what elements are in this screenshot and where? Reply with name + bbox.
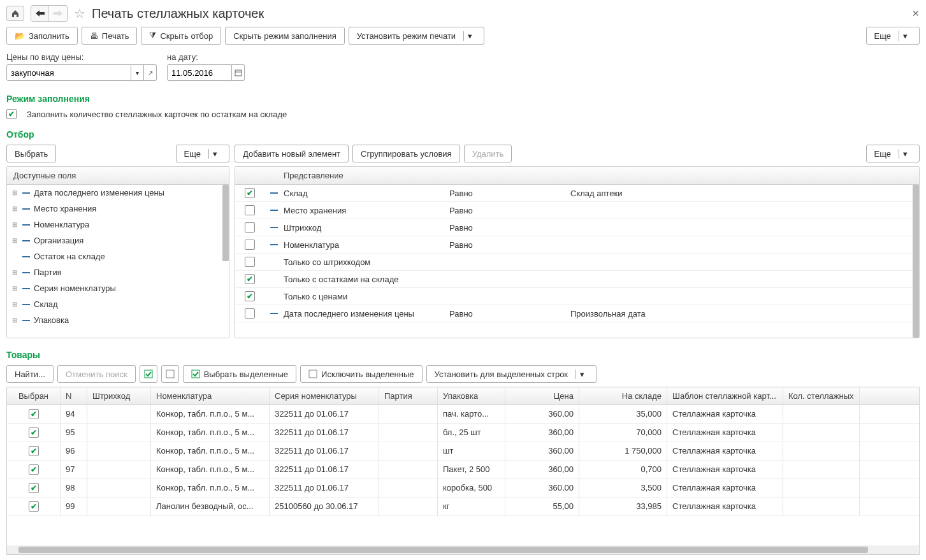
col-batch[interactable]: Партия: [379, 387, 438, 405]
field-item[interactable]: ⊞Партия: [7, 264, 229, 280]
scrollbar-thumb[interactable]: [913, 185, 919, 338]
check-all-button[interactable]: [140, 365, 157, 383]
filter-checkbox[interactable]: [245, 240, 255, 250]
expand-icon[interactable]: ⊞: [12, 205, 18, 212]
cell-stock: 35,000: [579, 405, 667, 423]
row-checkbox[interactable]: [29, 501, 39, 512]
price-type-input[interactable]: [6, 64, 131, 81]
expand-icon[interactable]: ⊞: [12, 285, 18, 292]
chevron-down-icon[interactable]: ▾: [899, 149, 911, 159]
col-qty[interactable]: Кол. стеллажных: [783, 387, 860, 405]
scrollbar-thumb[interactable]: [222, 185, 229, 261]
row-checkbox[interactable]: [29, 409, 39, 419]
find-button[interactable]: Найти...: [6, 365, 54, 383]
table-row[interactable]: 99Ланолин безводный, ос...25100560 до 30…: [7, 498, 919, 516]
row-checkbox[interactable]: [29, 446, 39, 456]
table-row[interactable]: 96Конкор, табл. п.п.о., 5 м...322511 до …: [7, 442, 919, 461]
expand-icon[interactable]: ⊞: [12, 221, 18, 228]
add-element-button[interactable]: Добавить новый элемент: [235, 145, 349, 162]
horizontal-scrollbar[interactable]: [7, 545, 919, 554]
expand-icon[interactable]: ⊞: [12, 237, 18, 244]
hide-filter-button[interactable]: ⧩ Скрыть отбор: [141, 27, 221, 45]
cell-stock: 33,985: [579, 498, 667, 515]
hide-fill-mode-button[interactable]: Скрыть режим заполнения: [225, 27, 344, 45]
col-selected[interactable]: Выбран: [7, 387, 61, 405]
cell-stock: 1 750,000: [579, 442, 667, 460]
fill-button[interactable]: 📂 Заполнить: [6, 27, 78, 45]
field-label: Партия: [34, 268, 62, 277]
open-button[interactable]: ↗: [144, 64, 157, 81]
col-series[interactable]: Серия номенклатуры: [270, 387, 379, 405]
more-left-button[interactable]: Еще ▾: [176, 145, 229, 162]
filter-checkbox[interactable]: [245, 205, 255, 215]
table-row[interactable]: 98Конкор, табл. п.п.о., 5 м...322511 до …: [7, 479, 919, 498]
filter-row[interactable]: НоменклатураРавно: [235, 236, 919, 254]
col-pack[interactable]: Упаковка: [438, 387, 505, 405]
table-row[interactable]: 97Конкор, табл. п.п.о., 5 м...322511 до …: [7, 461, 919, 479]
row-checkbox[interactable]: [29, 427, 39, 438]
field-item[interactable]: Остаток на складе: [7, 248, 229, 264]
scrollbar-thumb[interactable]: [18, 547, 868, 553]
row-checkbox[interactable]: [29, 483, 39, 493]
row-checkbox[interactable]: [29, 464, 39, 475]
choose-button[interactable]: Выбрать: [6, 145, 56, 162]
exclude-marked-button[interactable]: Исключить выделенные: [300, 365, 422, 383]
col-price[interactable]: Цена: [505, 387, 579, 405]
back-button[interactable]: [31, 6, 49, 21]
cell-pack: Пакет, 2 500: [438, 461, 505, 478]
filter-checkbox[interactable]: [245, 222, 255, 233]
close-button[interactable]: ✕: [912, 8, 920, 18]
filter-row[interactable]: ШтрихкодРавно: [235, 219, 919, 236]
expand-icon[interactable]: ⊞: [12, 269, 18, 276]
field-item[interactable]: ⊞Серия номенклатуры: [7, 280, 229, 296]
field-item[interactable]: ⊞Номенклатура: [7, 217, 229, 233]
filter-row[interactable]: Только с остатками на складе: [235, 271, 919, 288]
filter-checkbox[interactable]: [245, 188, 255, 198]
filter-row[interactable]: СкладРавноСклад аптеки: [235, 185, 919, 202]
field-label: Упаковка: [34, 315, 69, 325]
filter-checkbox[interactable]: [245, 257, 255, 267]
filter-row[interactable]: Дата последнего изменения ценыРавноПроиз…: [235, 305, 919, 322]
uncheck-all-button[interactable]: [161, 365, 179, 383]
filter-checkbox[interactable]: [245, 291, 255, 301]
filter-checkbox[interactable]: [245, 274, 255, 284]
filter-row[interactable]: Только с ценами: [235, 288, 919, 305]
field-item[interactable]: ⊞Упаковка: [7, 312, 229, 328]
chevron-down-icon[interactable]: ▾: [463, 31, 476, 41]
select-marked-button[interactable]: Выбрать выделенные: [183, 365, 296, 383]
field-item[interactable]: ⊞Дата последнего изменения цены: [7, 185, 229, 201]
set-print-mode-button[interactable]: Установить режим печати ▾: [349, 27, 484, 45]
table-row[interactable]: 95Конкор, табл. п.п.о., 5 м...322511 до …: [7, 424, 919, 442]
cell-template: Стеллажная карточка: [667, 405, 783, 423]
dropdown-button[interactable]: ▾: [131, 64, 144, 81]
filter-row[interactable]: Только со штрихкодом: [235, 254, 919, 271]
print-button[interactable]: 🖶 Печать: [82, 27, 138, 45]
group-conditions-button[interactable]: Сгруппировать условия: [352, 145, 460, 162]
field-item[interactable]: ⊞Склад: [7, 296, 229, 312]
chevron-down-icon[interactable]: ▾: [575, 370, 588, 379]
more-right-button[interactable]: Еще ▾: [866, 145, 920, 162]
calendar-button[interactable]: [232, 64, 245, 81]
date-input[interactable]: [167, 64, 232, 81]
col-nomen[interactable]: Номенклатура: [151, 387, 270, 405]
fill-by-stock-checkbox[interactable]: [6, 109, 17, 119]
field-item[interactable]: ⊞Место хранения: [7, 201, 229, 217]
chevron-down-icon[interactable]: ▾: [899, 31, 911, 41]
expand-icon[interactable]: ⊞: [12, 317, 18, 324]
col-stock[interactable]: На складе: [579, 387, 667, 405]
col-n[interactable]: N: [61, 387, 87, 405]
set-for-marked-button[interactable]: Установить для выделенных строк ▾: [426, 365, 597, 383]
col-template[interactable]: Шаблон стеллажной карт...: [667, 387, 783, 405]
filter-condition: Равно: [449, 309, 570, 319]
favorite-star-icon[interactable]: ☆: [74, 6, 85, 21]
home-button[interactable]: [6, 6, 24, 21]
col-barcode[interactable]: Штрихкод: [87, 387, 151, 405]
filter-checkbox[interactable]: [245, 308, 255, 319]
chevron-down-icon[interactable]: ▾: [208, 149, 221, 159]
field-item[interactable]: ⊞Организация: [7, 233, 229, 248]
filter-row[interactable]: Место храненияРавно: [235, 202, 919, 219]
expand-icon[interactable]: ⊞: [12, 189, 18, 196]
more-button[interactable]: Еще ▾: [866, 27, 920, 45]
table-row[interactable]: 94Конкор, табл. п.п.о., 5 м...322511 до …: [7, 405, 919, 424]
expand-icon[interactable]: ⊞: [12, 301, 18, 308]
